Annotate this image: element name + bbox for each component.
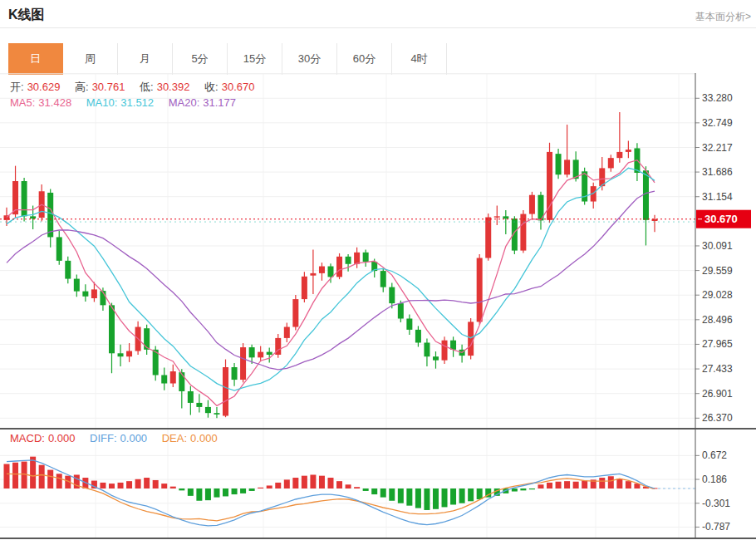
- page-title: K线图: [8, 7, 45, 24]
- svg-text:27.433: 27.433: [702, 363, 733, 375]
- tab-15分[interactable]: 15分: [228, 43, 282, 75]
- svg-text:32.749: 32.749: [702, 117, 733, 129]
- main-gridlines: [0, 74, 695, 419]
- svg-text:31.154: 31.154: [702, 191, 733, 203]
- tab-60分[interactable]: 60分: [337, 43, 392, 75]
- macd-histogram: [4, 457, 658, 510]
- svg-text:33.280: 33.280: [702, 92, 733, 104]
- svg-text:27.965: 27.965: [702, 338, 733, 350]
- svg-text:30.091: 30.091: [702, 240, 733, 252]
- header-divider: [0, 27, 756, 28]
- svg-text:26.901: 26.901: [702, 388, 733, 400]
- svg-text:29.559: 29.559: [702, 265, 733, 277]
- svg-text:32.217: 32.217: [702, 142, 733, 154]
- tab-月[interactable]: 月: [118, 43, 173, 75]
- tab-5分[interactable]: 5分: [173, 43, 228, 75]
- tab-4时[interactable]: 4时: [392, 43, 447, 75]
- macd-axis-labels: 0.6720.186-0.301-0.787: [0, 449, 730, 533]
- period-tabs: 日周月5分15分30分60分4时: [8, 43, 447, 75]
- current-price-tag: 30.670: [696, 210, 751, 228]
- svg-text:-0.301: -0.301: [702, 498, 730, 509]
- tab-日[interactable]: 日: [8, 43, 63, 75]
- svg-text:29.028: 29.028: [702, 289, 733, 301]
- main-axis-labels: 33.28032.74932.21731.68631.15430.09129.5…: [695, 92, 733, 424]
- diff-line: [7, 460, 655, 526]
- svg-text:26.370: 26.370: [702, 412, 733, 424]
- kline-chart-canvas[interactable]: 33.28032.74932.21731.68631.15430.09129.5…: [0, 73, 756, 540]
- svg-text:28.496: 28.496: [702, 314, 733, 326]
- svg-text:0.186: 0.186: [702, 474, 727, 485]
- candles: [4, 112, 658, 418]
- svg-text:31.686: 31.686: [702, 166, 733, 178]
- svg-text:30.670: 30.670: [704, 213, 738, 225]
- svg-text:0.672: 0.672: [702, 449, 727, 461]
- tab-30分[interactable]: 30分: [282, 43, 337, 75]
- tab-周[interactable]: 周: [63, 43, 118, 75]
- fundamental-analysis-link[interactable]: 基本面分析>: [695, 10, 751, 24]
- svg-text:-0.787: -0.787: [702, 521, 730, 533]
